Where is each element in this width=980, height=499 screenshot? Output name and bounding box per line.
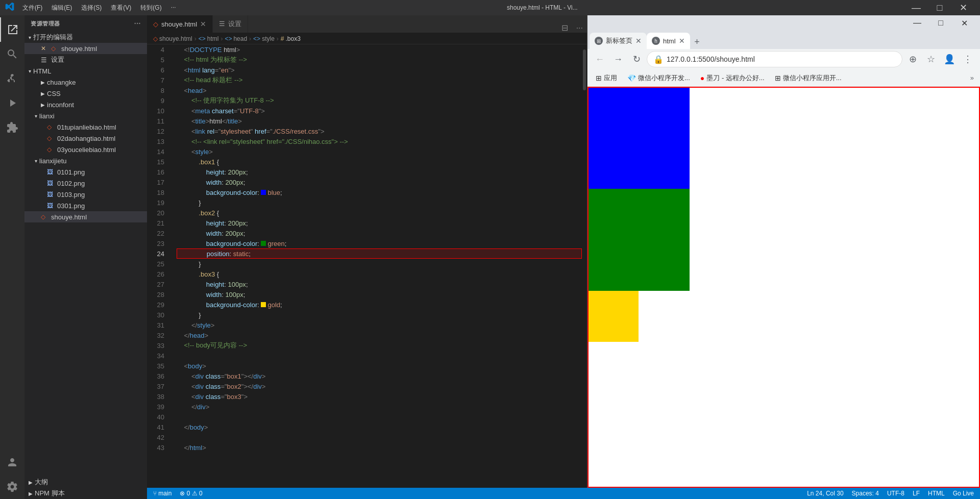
menu-more[interactable]: ··· xyxy=(167,3,180,13)
more-btn[interactable]: ⋮ xyxy=(960,51,976,67)
code-line-19: } xyxy=(177,197,582,208)
address-bar[interactable]: 🔒 127.0.0.1:5500/shouye.html xyxy=(647,51,902,67)
menu-goto[interactable]: 转到(G) xyxy=(136,3,165,13)
forward-button[interactable]: → xyxy=(610,51,626,67)
breadcrumb-box3[interactable]: # .box3 xyxy=(281,35,301,42)
bookmark-modao[interactable]: ● 墨刀 - 远程办公好... xyxy=(696,72,769,84)
menu-bar: 文件(F) 编辑(E) 选择(S) 查看(V) 转到(G) ··· xyxy=(18,3,180,13)
bookmark-more[interactable]: » xyxy=(968,73,976,83)
tab-more-actions[interactable]: ··· xyxy=(572,23,587,33)
sidebar-header-icons[interactable]: ··· xyxy=(134,19,141,28)
run-debug-activity-icon[interactable] xyxy=(0,91,24,115)
back-button[interactable]: ← xyxy=(592,51,608,67)
refresh-button[interactable]: ↻ xyxy=(628,51,645,67)
breadcrumb-head[interactable]: <> head xyxy=(225,35,247,42)
tab-shouye[interactable]: ◇ shouye.html ✕ xyxy=(147,15,213,33)
spaces[interactable]: Spaces: 4 xyxy=(850,490,881,497)
lianxi-caret: ▾ xyxy=(35,113,37,119)
tab-settings[interactable]: ☰ 设置 xyxy=(213,15,248,33)
encoding[interactable]: UTF-8 xyxy=(885,490,906,497)
maximize-button[interactable]: □ xyxy=(928,0,951,15)
status-right: Ln 24, Col 30 Spaces: 4 UTF-8 LF HTML Go… xyxy=(805,490,976,497)
branch-name: main xyxy=(158,490,172,497)
open-editor-item-shouye[interactable]: ✕ ◇ shouye.html xyxy=(24,43,147,54)
browser-minimize-btn[interactable]: — xyxy=(905,15,929,31)
sidebar-item-0102[interactable]: 🖼 0102.png xyxy=(24,178,147,189)
translate-btn[interactable]: ⊕ xyxy=(904,51,921,67)
sidebar-item-shouye[interactable]: ◇ shouye.html xyxy=(24,211,147,222)
new-tab-button[interactable]: + xyxy=(690,35,704,49)
search-activity-icon[interactable] xyxy=(0,42,24,66)
breadcrumb-style[interactable]: <> style xyxy=(253,35,275,42)
minimize-button[interactable]: — xyxy=(904,0,928,15)
sidebar-item-inconfont[interactable]: ▶ inconfont xyxy=(24,99,147,110)
browser-tab-new[interactable]: ⊞ 新标签页 ✕ xyxy=(590,33,647,49)
breadcrumb-shouye[interactable]: ◇ shouye.html xyxy=(153,35,192,42)
menu-view[interactable]: 查看(V) xyxy=(107,3,135,13)
source-control-activity-icon[interactable] xyxy=(0,66,24,91)
browser-tab-html[interactable]: h html ✕ xyxy=(647,33,690,49)
folder-caret: ▶ xyxy=(41,80,45,85)
code-line-5: <!-- html 为根标签 --> xyxy=(177,55,582,65)
code-line-31: </style> xyxy=(177,320,582,330)
account-activity-icon[interactable] xyxy=(0,450,24,475)
menu-select[interactable]: 选择(S) xyxy=(77,3,106,13)
code-content[interactable]: <!DOCTYPE html> <!-- html 为根标签 --> <html… xyxy=(173,44,582,488)
ln-29: 29 xyxy=(147,300,168,310)
html-tab-close[interactable]: ✕ xyxy=(679,37,685,45)
breadcrumb-html[interactable]: <> html xyxy=(199,35,219,42)
bookmark-wechat-app[interactable]: ⊞ 微信小程序应用开... xyxy=(771,72,846,84)
browser-close-btn[interactable]: ✕ xyxy=(952,15,976,31)
lianxijietu-folder-header[interactable]: ▾ lianxijietu xyxy=(24,155,147,166)
language-mode[interactable]: HTML xyxy=(926,490,947,497)
menu-file[interactable]: 文件(F) xyxy=(18,3,46,13)
open-editor-item-settings[interactable]: ☰ 设置 xyxy=(24,54,147,65)
tab-actions[interactable]: ⊟ xyxy=(557,23,572,33)
ln-19: 19 xyxy=(147,197,168,208)
sidebar-header: 资源管理器 ··· xyxy=(24,15,147,32)
sidebar-item-chuangke[interactable]: ▶ chuangke xyxy=(24,77,147,88)
npm-header[interactable]: ▶ NPM 脚本 xyxy=(24,488,147,499)
sidebar-item-0101[interactable]: 🖼 0101.png xyxy=(24,166,147,178)
close-button[interactable]: ✕ xyxy=(951,0,975,15)
sidebar-item-css[interactable]: ▶ CSS xyxy=(24,88,147,99)
new-tab-close[interactable]: ✕ xyxy=(635,37,642,45)
scrollbar-thumb[interactable] xyxy=(583,49,586,90)
git-branch[interactable]: ⑂ main xyxy=(151,490,174,497)
sidebar-item-0301[interactable]: 🖼 0301.png xyxy=(24,200,147,211)
sidebar-item-02[interactable]: ◇ 02daohangtiao.html xyxy=(24,133,147,144)
explorer-activity-icon[interactable] xyxy=(0,17,24,42)
outline-header[interactable]: ▶ 大纲 xyxy=(24,477,147,488)
bc-tag-icon: <> xyxy=(199,35,206,42)
lianxi-folder-header[interactable]: ▾ lianxi xyxy=(24,110,147,121)
extensions-activity-icon[interactable] xyxy=(0,115,24,140)
error-count[interactable]: ⊗ 0 ⚠ 0 xyxy=(178,490,204,497)
settings-activity-icon[interactable] xyxy=(0,475,24,499)
activity-bar xyxy=(0,15,24,499)
code-line-36: <div class="box1"></div> xyxy=(177,371,582,381)
lock-icon: 🔒 xyxy=(653,55,664,64)
profile-btn[interactable]: 👤 xyxy=(941,51,958,67)
code-line-6: <html lang="en"> xyxy=(177,65,582,75)
sidebar-item-01[interactable]: ◇ 01tupianliebiao.html xyxy=(24,121,147,133)
wechat-app-icon: ⊞ xyxy=(775,74,781,82)
bookmark-apps[interactable]: ⊞ 应用 xyxy=(592,72,621,84)
live-server[interactable]: Go Live xyxy=(951,490,976,497)
line-ending[interactable]: LF xyxy=(911,490,922,497)
vertical-scrollbar[interactable] xyxy=(582,44,587,488)
error-number: 0 xyxy=(187,490,190,497)
bookmark-btn[interactable]: ☆ xyxy=(923,51,939,67)
open-editors-header[interactable]: ▾ 打开的编辑器 xyxy=(24,32,147,43)
ln-40: 40 xyxy=(147,412,168,422)
open-editors-label: 打开的编辑器 xyxy=(33,33,73,42)
sidebar-item-03[interactable]: ◇ 03youceliebiao.html xyxy=(24,144,147,155)
bookmark-wechat-dev[interactable]: 💎 微信小程序开发... xyxy=(623,72,694,84)
browser-maximize-btn[interactable]: □ xyxy=(929,15,952,31)
sidebar-item-0103[interactable]: 🖼 0103.png xyxy=(24,189,147,200)
tab-close-icon[interactable]: ✕ xyxy=(200,20,206,28)
code-line-39: </div> xyxy=(177,402,582,412)
html-folder-header[interactable]: ▾ HTML xyxy=(24,65,147,77)
line-col[interactable]: Ln 24, Col 30 xyxy=(805,490,845,497)
npm-label: NPM 脚本 xyxy=(35,489,65,498)
menu-edit[interactable]: 编辑(E) xyxy=(47,3,76,13)
